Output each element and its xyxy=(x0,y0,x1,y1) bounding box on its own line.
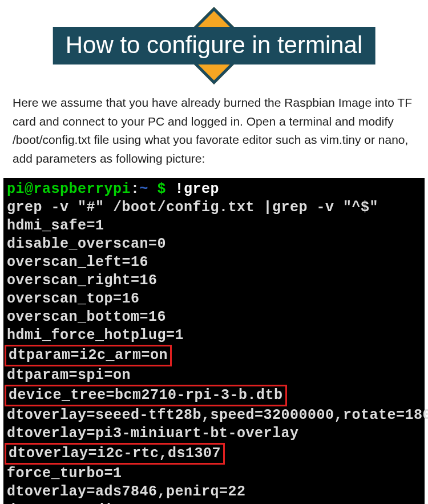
highlight-box: device_tree=bcm2710-rpi-3-b.dtb xyxy=(5,385,287,406)
prompt-user: pi@raspberrypi xyxy=(7,181,131,197)
terminal-line: dtparam=spi=on xyxy=(7,366,421,385)
terminal-line: overscan_bottom=16 xyxy=(7,308,421,326)
terminal-line: hdmi_force_hotplug=1 xyxy=(7,326,421,345)
terminal-line-highlighted: device_tree=bcm2710-rpi-3-b.dtb xyxy=(7,385,421,406)
terminal-line-highlighted: dtparam=i2c_arm=on xyxy=(7,345,421,366)
terminal-line: force_turbo=1 xyxy=(7,465,421,483)
terminal-line: dtoverlay=pi3-miniuart-bt-overlay xyxy=(7,425,421,443)
terminal-output: pi@raspberrypi:~ $ !grep grep -v "#" /bo… xyxy=(3,178,425,504)
terminal-line: dtoverlay=ads7846,penirq=22 xyxy=(7,483,421,501)
terminal-line: dtparam=audio=on xyxy=(7,501,421,504)
prompt-command: !grep xyxy=(175,181,220,197)
intro-paragraph: Here we assume that you have already bur… xyxy=(0,86,428,178)
prompt-dollar: $ xyxy=(148,181,175,197)
terminal-line: overscan_top=16 xyxy=(7,290,421,308)
highlight-box: dtoverlay=i2c-rtc,ds1307 xyxy=(5,443,225,465)
terminal-line: dtoverlay=seeed-tft28b,speed=32000000,ro… xyxy=(7,406,421,425)
terminal-line: hdmi_safe=1 xyxy=(7,217,421,235)
page-title: How to configure in terminal xyxy=(53,27,375,64)
terminal-prompt-line: pi@raspberrypi:~ $ !grep xyxy=(7,180,421,199)
terminal-line: disable_overscan=0 xyxy=(7,235,421,253)
prompt-colon: : xyxy=(131,181,140,197)
terminal-line: overscan_right=16 xyxy=(7,272,421,290)
highlight-box: dtparam=i2c_arm=on xyxy=(5,345,172,366)
terminal-line-highlighted: dtoverlay=i2c-rtc,ds1307 xyxy=(7,443,421,465)
terminal-line: overscan_left=16 xyxy=(7,253,421,272)
prompt-tilde: ~ xyxy=(140,181,149,197)
terminal-line: grep -v "#" /boot/config.txt |grep -v "^… xyxy=(7,199,421,217)
header: How to configure in terminal xyxy=(0,6,428,86)
